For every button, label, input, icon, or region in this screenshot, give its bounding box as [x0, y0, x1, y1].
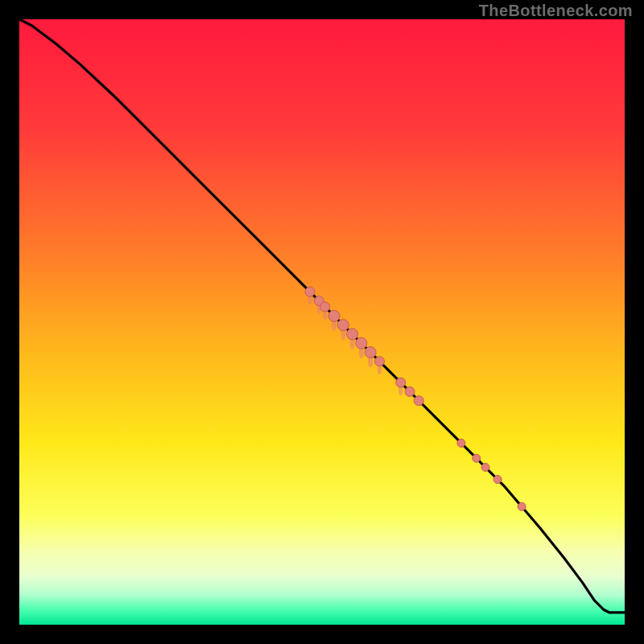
data-dot: [337, 320, 349, 331]
plot-area: [19, 19, 625, 625]
data-dot: [481, 463, 489, 471]
data-dot: [457, 439, 465, 447]
data-dot: [396, 378, 406, 387]
data-dot: [493, 476, 502, 484]
data-dot: [328, 310, 340, 321]
data-dot: [347, 328, 358, 340]
data-dot: [414, 396, 423, 406]
chart-stage: TheBottleneck.com: [0, 0, 644, 644]
data-dot: [518, 502, 526, 510]
attribution-text: TheBottleneck.com: [479, 2, 633, 20]
data-dot: [356, 337, 367, 349]
data-dot: [365, 347, 376, 358]
data-dot: [305, 287, 315, 296]
data-dot: [374, 357, 384, 366]
data-dot: [320, 302, 330, 312]
data-dot: [473, 454, 481, 462]
bottleneck-chart: [19, 19, 625, 625]
data-dot: [405, 386, 415, 396]
gradient-background: [19, 19, 625, 625]
